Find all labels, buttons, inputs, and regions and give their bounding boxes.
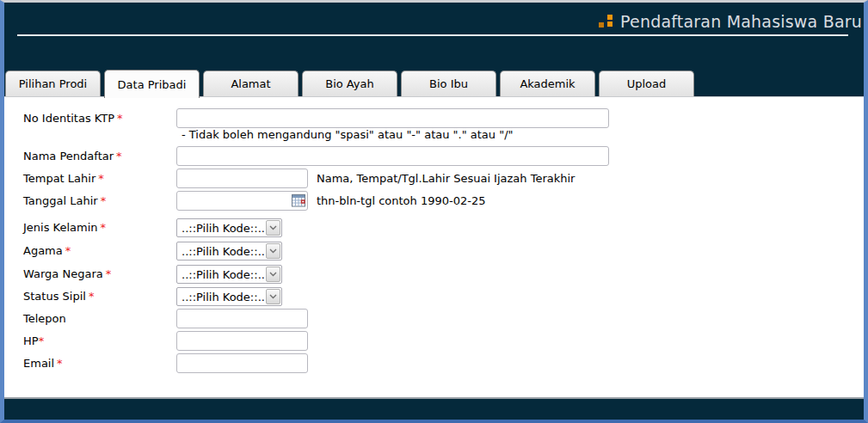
required-marker: * [57,357,63,370]
required-marker: * [106,267,112,280]
tempat-lahir-note: Nama, Tempat/Tgl.Lahir Sesuai Ijazah Ter… [317,172,575,185]
warga-negara-select[interactable]: ..::Pilih Kode::.. [176,265,282,284]
required-marker: * [101,194,107,207]
chevron-down-icon [266,243,280,259]
email-input[interactable] [176,353,308,373]
tab-upload[interactable]: Upload [599,70,694,96]
tab-bar: Pilihan Prodi Data Pribadi Alamat Bio Ay… [5,68,864,96]
field-row-status-sipil: Status Sipil* ..::Pilih Kode::.. [23,285,864,307]
warga-negara-label: Warga Negara* [23,267,176,280]
tempat-lahir-input[interactable] [176,169,308,188]
app-window: Pendaftaran Mahasiswa Baru Pilihan Prodi… [0,0,868,423]
tab-pilihan-prodi[interactable]: Pilihan Prodi [5,70,101,96]
required-marker: * [98,172,104,185]
field-row-ktp: No Identitas KTP* [23,107,864,129]
tanggal-lahir-field [176,191,308,211]
agama-label: Agama* [23,244,176,257]
field-row-email: Email* [23,352,864,374]
required-marker: * [117,112,123,125]
tanggal-lahir-input[interactable] [176,191,308,211]
hp-label: HP* [23,334,176,347]
field-row-jenis-kelamin: Jenis Kelamin* ..::Pilih Kode::.. [23,216,864,239]
chevron-down-icon [266,220,280,236]
ktp-label: No Identitas KTP* [23,112,176,125]
email-label: Email* [23,357,176,370]
tab-akademik[interactable]: Akademik [500,70,595,96]
tab-alamat[interactable]: Alamat [203,70,299,96]
field-row-warga-negara: Warga Negara* ..::Pilih Kode::.. [23,262,864,285]
tanggal-lahir-note: thn-bln-tgl contoh 1990-02-25 [317,194,485,207]
agama-selected-value: ..::Pilih Kode::.. [177,242,265,260]
chevron-down-icon [266,267,280,282]
jenis-kelamin-label: Jenis Kelamin* [23,221,176,234]
calendar-icon[interactable] [292,193,305,207]
warga-negara-selected-value: ..::Pilih Kode::.. [177,266,265,283]
ktp-input[interactable] [176,108,609,128]
required-marker: * [65,244,71,257]
field-row-telepon: Telepon [23,307,864,329]
tab-bio-ayah[interactable]: Bio Ayah [302,70,397,96]
header-divider [17,34,848,36]
required-marker: * [101,221,107,234]
nama-input[interactable] [176,146,609,166]
jenis-kelamin-selected-value: ..::Pilih Kode::.. [177,219,265,236]
chevron-down-icon [266,289,280,304]
nama-label: Nama Pendaftar* [23,150,176,162]
agama-select[interactable]: ..::Pilih Kode::.. [176,242,282,261]
ktp-hint: - Tidak boleh mengandung "spasi" atau "-… [23,129,864,144]
telepon-input[interactable] [176,309,308,328]
field-row-tempat-lahir: Tempat Lahir* Nama, Tempat/Tgl.Lahir Ses… [23,167,864,189]
field-row-nama: Nama Pendaftar* [23,144,864,167]
tempat-lahir-label: Tempat Lahir* [23,172,176,185]
data-pribadi-form: No Identitas KTP* - Tidak boleh mengandu… [4,97,864,374]
status-sipil-select[interactable]: ..::Pilih Kode::.. [176,287,282,306]
field-row-tanggal-lahir: Tanggal Lahir* thn-bln-tgl contoh 199 [23,189,864,212]
page-title: Pendaftaran Mahasiswa Baru [620,12,862,31]
tab-panel-data-pribadi: No Identitas KTP* - Tidak boleh mengandu… [4,96,864,399]
footer-bar [4,399,864,420]
header: Pendaftaran Mahasiswa Baru [599,12,862,31]
required-marker: * [89,290,95,303]
tab-bio-ibu[interactable]: Bio Ibu [401,70,496,96]
tanggal-lahir-label: Tanggal Lahir* [23,194,176,207]
status-sipil-label: Status Sipil* [23,290,176,303]
tab-data-pribadi[interactable]: Data Pribadi [104,70,200,98]
status-sipil-selected-value: ..::Pilih Kode::.. [177,288,265,305]
hp-input[interactable] [176,331,308,351]
field-row-agama: Agama* ..::Pilih Kode::.. [23,239,864,262]
field-row-hp: HP* [23,329,864,352]
app-logo-icon [599,15,613,28]
required-marker: * [116,150,122,162]
telepon-label: Telepon [23,312,176,325]
required-marker: * [39,334,45,347]
jenis-kelamin-select[interactable]: ..::Pilih Kode::.. [176,218,282,237]
